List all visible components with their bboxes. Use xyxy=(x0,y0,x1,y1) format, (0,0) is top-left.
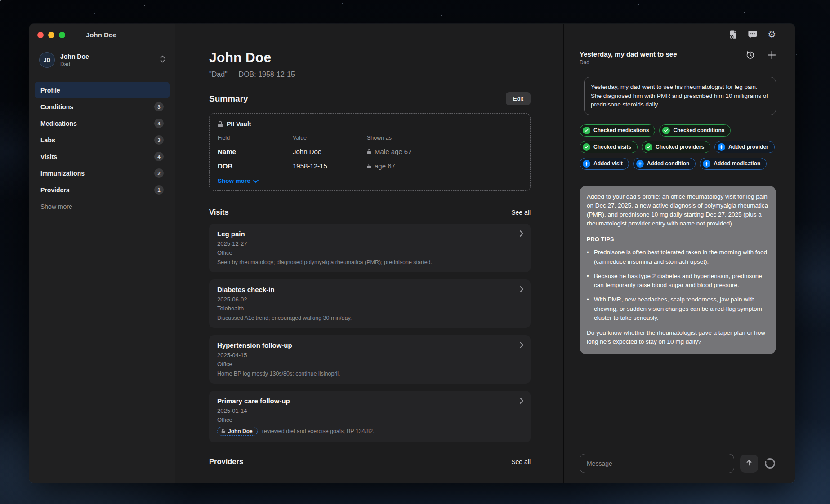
vault-show-more-link[interactable]: Show more xyxy=(218,177,259,184)
chip-label: Added medication xyxy=(714,160,760,167)
visit-card-primary-care-follow-up[interactable]: Primary care follow-up 2025-01-14 Office… xyxy=(209,391,531,442)
lock-icon xyxy=(367,149,371,155)
minimize-window-button[interactable] xyxy=(48,32,54,38)
avatar-initials: JD xyxy=(44,57,50,63)
message-input[interactable] xyxy=(580,454,734,473)
assistant-question: Do you know whether the rheumatologist g… xyxy=(587,328,769,347)
chip-added-condition: Added condition xyxy=(633,158,696,170)
pii-vault-title-row: PII Vault xyxy=(218,120,522,128)
check-circle-icon xyxy=(583,143,590,151)
chat-bubble-icon[interactable] xyxy=(748,30,758,39)
sidebar-item-providers[interactable]: Providers 1 xyxy=(35,181,170,198)
count-badge: 4 xyxy=(154,152,164,161)
check-circle-icon xyxy=(645,143,652,151)
chip-checked-providers: Checked providers xyxy=(642,141,710,153)
chip-added-provider: Added provider xyxy=(714,141,775,153)
count-badge: 3 xyxy=(154,135,164,145)
sidebar-item-medications[interactable]: Medications 4 xyxy=(35,115,170,132)
chip-label: Checked providers xyxy=(656,144,704,150)
providers-heading: Providers xyxy=(209,457,243,466)
vault-col-value: Value xyxy=(293,135,367,141)
providers-header: Providers See all xyxy=(209,457,531,466)
gear-icon[interactable]: ⚙ xyxy=(768,30,776,40)
pro-tip-text: Prednisone is often best tolerated taken… xyxy=(594,248,769,266)
sidebar-item-label: Visits xyxy=(40,153,57,160)
sidebar-item-visits[interactable]: Visits 4 xyxy=(35,148,170,165)
pro-tip-text: With PMR, new headaches, scalp tendernes… xyxy=(594,295,769,323)
sidebar-item-label: Profile xyxy=(40,87,60,94)
count-badge: 2 xyxy=(154,168,164,178)
sidebar-item-profile[interactable]: Profile xyxy=(35,82,170,98)
chip-label: Checked conditions xyxy=(673,127,724,133)
window-controls: John Doe xyxy=(29,24,175,39)
check-circle-icon xyxy=(662,127,670,134)
chat-toolbar: ⚙ xyxy=(580,24,776,40)
chevron-right-icon xyxy=(520,230,523,239)
send-button[interactable] xyxy=(740,455,758,473)
plus-circle-icon xyxy=(636,160,644,168)
visit-card-diabetes-check-in[interactable]: Diabetes check-in 2025-06-02 Telehealth … xyxy=(209,279,531,328)
chip-row: Checked visits Checked providers Added p… xyxy=(580,141,776,153)
history-icon[interactable] xyxy=(745,50,755,60)
message-composer xyxy=(580,454,776,473)
window-title: John Doe xyxy=(86,31,116,39)
plus-circle-icon xyxy=(718,143,725,151)
check-circle-icon xyxy=(583,127,590,134)
visit-date: 2025-06-02 xyxy=(217,296,513,303)
pro-tip-text: Because he has type 2 diabetes and hyper… xyxy=(594,272,769,290)
sidebar-item-show-more[interactable]: Show more xyxy=(35,198,170,215)
sidebar-item-label: Labs xyxy=(40,137,55,144)
chip-checked-visits: Checked visits xyxy=(580,141,638,153)
chat-header-icons xyxy=(745,50,776,60)
visits-header: Visits See all xyxy=(209,208,531,217)
chip-checked-medications: Checked medications xyxy=(580,124,655,137)
edit-button[interactable]: Edit xyxy=(506,92,531,105)
pro-tip-item: • With PMR, new headaches, scalp tendern… xyxy=(587,295,769,323)
sidebar-item-labs[interactable]: Labs 3 xyxy=(35,132,170,148)
profile-name: John Doe xyxy=(60,53,89,60)
visit-card-leg-pain[interactable]: Leg pain 2025-12-27 Office Seen by rheum… xyxy=(209,224,531,272)
chip-label: Added provider xyxy=(728,144,768,150)
new-chat-plus-icon[interactable] xyxy=(768,51,776,59)
visit-card-hypertension-follow-up[interactable]: Hypertension follow-up 2025-04-15 Office… xyxy=(209,335,531,384)
profile-subtitle: Dad xyxy=(60,61,89,67)
count-badge: 4 xyxy=(154,119,164,128)
sidebar-item-label: Conditions xyxy=(40,103,73,111)
pii-chip-label: John Doe xyxy=(228,428,253,434)
chip-checked-conditions: Checked conditions xyxy=(659,124,731,137)
visits-see-all-link[interactable]: See all xyxy=(511,209,531,216)
profile-switcher[interactable]: JD John Doe Dad xyxy=(36,50,169,70)
chat-header-titles: Yesterday, my dad went to see Dad xyxy=(580,50,677,66)
close-window-button[interactable] xyxy=(37,32,44,38)
vault-column-headers: Field Value Shown as xyxy=(218,135,522,141)
arrow-up-icon xyxy=(745,459,753,468)
fullscreen-window-button[interactable] xyxy=(59,32,65,38)
desktop-stars xyxy=(0,0,1,1)
sidebar-item-immunizations[interactable]: Immunizations 2 xyxy=(35,165,170,181)
providers-see-all-link[interactable]: See all xyxy=(511,458,531,465)
vault-shown-as: age 67 xyxy=(367,162,522,170)
chip-row: Added visit Added condition Added medica… xyxy=(580,158,776,170)
vault-field: DOB xyxy=(218,162,293,170)
vault-row-name: Name John Doe Male age 67 xyxy=(218,148,522,155)
sidebar-item-conditions[interactable]: Conditions 3 xyxy=(35,98,170,115)
chip-label: Checked medications xyxy=(593,127,649,133)
avatar: JD xyxy=(39,52,55,68)
visit-type: Office xyxy=(217,416,513,423)
show-more-label: Show more xyxy=(218,177,250,184)
sidebar-item-label: Medications xyxy=(40,120,77,127)
summary-header: Summary Edit xyxy=(209,92,531,105)
lock-icon xyxy=(367,163,371,169)
sidebar-item-label: Providers xyxy=(40,186,70,194)
vault-value: John Doe xyxy=(293,148,367,155)
user-message-bubble: Yesterday, my dad went to see his rheuma… xyxy=(584,77,776,115)
visit-type: Office xyxy=(217,361,513,367)
pro-tip-item: • Prednisone is often best tolerated tak… xyxy=(587,248,769,266)
visit-note: Discussed A1c trend; encouraged walking … xyxy=(217,315,513,321)
chat-subtitle: Dad xyxy=(580,59,677,66)
new-document-icon[interactable] xyxy=(728,29,738,40)
pii-name-chip[interactable]: John Doe xyxy=(217,427,258,436)
chevron-right-icon xyxy=(520,342,523,350)
pro-tip-item: • Because he has type 2 diabetes and hyp… xyxy=(587,272,769,290)
chevron-right-icon xyxy=(520,286,523,294)
